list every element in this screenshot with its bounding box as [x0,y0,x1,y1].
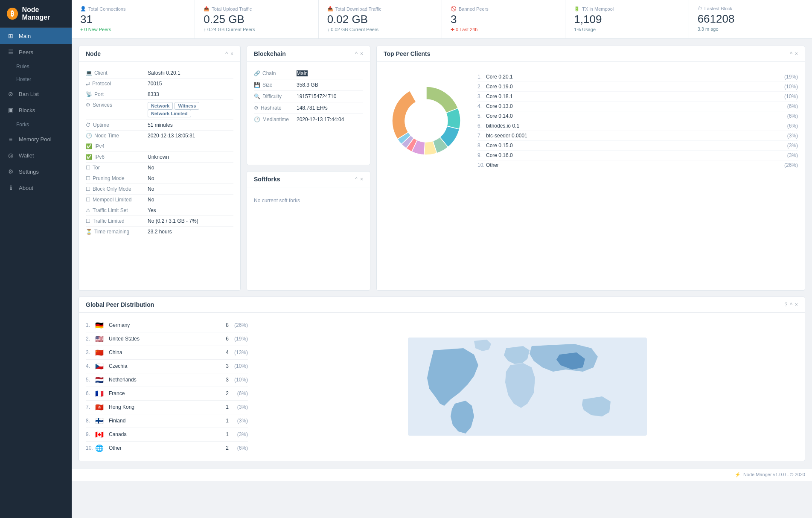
softforks-empty: No current soft forks [254,193,363,208]
global-peer-close-btn[interactable]: × [795,302,798,308]
global-peer-help-btn[interactable]: ? [785,302,788,308]
world-map [256,319,798,455]
sidebar-item-wallet[interactable]: ◎ Wallet [0,147,72,163]
peer-list-item: 6. bitnodes.io 0.1 (6%) [477,121,798,131]
peer-name: Core 0.16.0 [486,152,787,158]
blockchain-minimize-btn[interactable]: ^ [355,51,358,57]
sidebar-item-forks[interactable]: Forks [0,118,72,131]
peer-list-item: 10. Other (26%) [477,160,798,170]
peer-pct: (6%) [787,123,798,129]
badge-network: Network [148,102,173,110]
blockchain-field-icon: 🔍 [254,93,260,99]
peer-dist-count: 4 [216,349,229,355]
peer-dist-pct: (26%) [229,322,248,328]
peer-dist-pct: (19%) [229,336,248,342]
peer-dist-pct: (3%) [229,404,248,410]
node-card-header: Node ^ × [79,46,240,62]
content-area: Node ^ × 💻 Client Satoshi 0.20.1 ⇄ Proto… [72,39,812,468]
node-key: ⇄ Protocol [86,81,148,87]
sidebar-item-main[interactable]: ⊞ Main [0,28,72,44]
blockchain-card-controls: ^ × [355,51,363,57]
sidebar-item-rules[interactable]: Rules [0,60,72,73]
global-peer-card-body: 1. 🇩🇪 Germany 8 (26%) 2. 🇺🇸 United State… [79,313,805,461]
peer-dist-flag: 🌐 [95,444,105,452]
sidebar-item-about[interactable]: ℹ About [0,180,72,196]
peer-dist-flag: 🇭🇰 [95,403,105,411]
sidebar-item-hoster[interactable]: Hoster [0,73,72,86]
top-peer-card-title: Top Peer Clients [384,50,430,57]
stat-lastblock-sub: 3.3 m ago [698,26,803,32]
node-key: ☐ Traffic Limited [86,218,148,224]
node-row: ☐ Block Only Mode No [86,184,233,195]
peer-rank: 1. [477,74,486,80]
node-key: ✅ IPv6 [86,154,148,160]
blockchain-row: 💾 Size 358.3 GB [254,79,363,91]
blockchain-row: ⚙ Hashrate 148.781 EH/s [254,102,363,114]
peer-rank: 5. [477,113,486,119]
stat-upload-label: 📤 Total Upload Traffic [204,6,309,12]
node-row: 📡 Port 8333 [86,89,233,100]
stat-lastblock-value: 661208 [698,13,803,25]
blockchain-close-btn[interactable]: × [360,51,363,57]
stat-banned-label: 🚫 Banned Peers [451,6,556,12]
node-minimize-btn[interactable]: ^ [225,51,228,57]
peer-dist-rank: 8. [86,418,95,424]
peer-dist-rank: 10. [86,445,95,451]
stat-mempool-value: 1,109 [574,13,680,26]
peer-dist-row: 3. 🇨🇳 China 4 (13%) [86,346,248,360]
peer-dist-count: 1 [216,418,229,424]
global-peer-minimize-btn[interactable]: ^ [790,302,792,308]
top-peer-close-btn[interactable]: × [795,51,798,57]
node-field-icon: ⚠ [86,207,90,213]
softforks-minimize-btn[interactable]: ^ [355,176,358,182]
peer-dist-country: Czechia [109,363,216,369]
peer-dist-count: 6 [216,336,229,342]
sidebar-item-peers[interactable]: ☰ Peers [0,44,72,60]
node-val: No [148,197,154,203]
peer-dist-rank: 9. [86,431,95,437]
stat-mempool: 🔋 TX in Mempool 1,109 1% Usage [565,0,689,38]
mempool-stat-icon: 🔋 [574,6,580,12]
peer-dist-pct: (6%) [229,390,248,396]
stat-connections-sub: + 0 New Peers [80,27,186,32]
global-peer-card-controls: ? ^ × [785,302,798,308]
stat-upload-sub: ↑ 0.24 GB Current Peers [204,27,309,32]
sidebar-label-about: About [19,185,33,191]
peer-dist-rank: 5. [86,377,95,383]
peer-list-item: 9. Core 0.16.0 (3%) [477,151,798,160]
peer-dist-content: 1. 🇩🇪 Germany 8 (26%) 2. 🇺🇸 United State… [86,319,798,455]
peer-dist-pct: (6%) [229,445,248,451]
node-val: Satoshi 0.20.1 [148,70,180,76]
sidebar-label-mempool: Memory Pool [19,136,52,143]
peer-dist-count: 1 [216,431,229,437]
node-row: 🕐 Node Time 2020-12-13 18:05:31 [86,131,233,141]
sidebar-item-settings[interactable]: ⚙ Settings [0,163,72,180]
node-field-icon: ⇄ [86,81,90,87]
node-field-icon: ✅ [86,143,92,149]
peer-dist-count: 1 [216,404,229,410]
node-field-icon: 📡 [86,91,92,97]
node-row: ⚠ Traffic Limit Set Yes [86,205,233,216]
sidebar-item-banlist[interactable]: ⊘ Ban List [0,86,72,102]
node-key: ☐ Mempool Limited [86,197,148,203]
softforks-close-btn[interactable]: × [360,176,363,182]
node-val: 23.2 hours [148,229,172,235]
node-val: 8333 [148,91,159,97]
top-peer-minimize-btn[interactable]: ^ [790,51,792,57]
sidebar: ₿ Node Manager ⊞ Main ☰ Peers Rules Host… [0,0,72,518]
peer-dist-country: China [109,349,216,355]
sidebar-item-blocks[interactable]: ▣ Blocks [0,102,72,118]
donut-chart [384,78,469,163]
stat-connections-label: 👤 Total Connections [80,6,186,12]
blockchain-val: Main [297,70,308,76]
node-val: Yes [148,207,156,213]
stat-mempool-sub: 1% Usage [574,27,680,32]
node-val: 2020-12-13 18:05:31 [148,133,195,139]
stat-lastblock-label: ⏱ Lastest Block [698,6,803,11]
sidebar-item-mempool[interactable]: ≡ Memory Pool [0,131,72,147]
footer-version: Node Manger v1.0.0 - © 2020 [743,472,805,477]
blockchain-card-body: 🔗 Chain Main 💾 Size 358.3 GB 🔍 Difficult… [247,62,370,131]
peer-dist-country: Other [109,445,216,451]
peer-dist-row: 8. 🇫🇮 Finland 1 (3%) [86,414,248,428]
node-close-btn[interactable]: × [230,51,233,57]
